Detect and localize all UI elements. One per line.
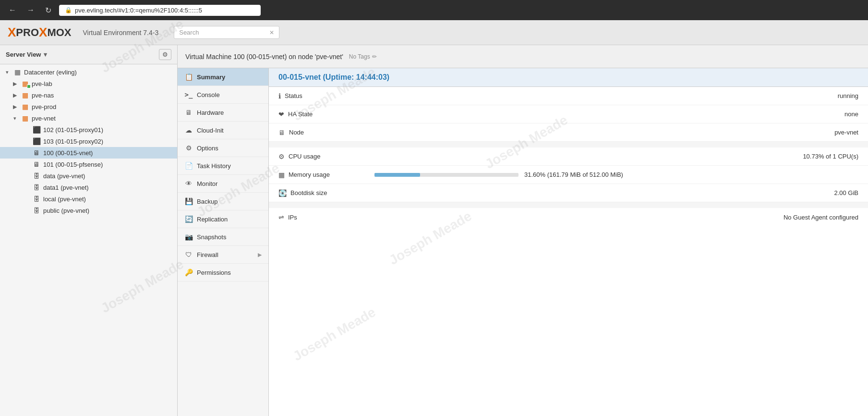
browser-chrome: ← → ↻ 🔒 pve.evling.tech/#v1:0:=qemu%2F10… xyxy=(0,0,868,20)
cpu-row: ⚙ CPU usage 10.73% of 1 CPU(s) xyxy=(269,147,868,166)
summary-icon: 📋 xyxy=(184,73,193,81)
firewall-arrow-icon: ▶ xyxy=(258,252,262,258)
memory-icon: ▦ xyxy=(278,171,285,179)
pve-lab-label: pve-lab xyxy=(32,80,52,87)
nav-item-task-history[interactable]: 📄 Task History xyxy=(178,157,268,175)
server-view-label: Server View xyxy=(6,51,41,58)
storage-icon: 🗄 xyxy=(32,184,41,191)
tree-item-datacenter[interactable]: ▾ ▦ Datacenter (evling) xyxy=(0,66,177,78)
nav-item-options[interactable]: ⚙ Options xyxy=(178,139,268,157)
tree-item-vm-100[interactable]: 🖥 100 (00-015-vnet) xyxy=(0,147,177,159)
app-subtitle: Virtual Environment 7.4-3 xyxy=(83,29,159,37)
node-icon: ▦ xyxy=(20,114,30,122)
vm-icon: ⬛ xyxy=(32,126,41,134)
nav-cloud-init-label: Cloud-Init xyxy=(197,127,224,134)
edit-icon[interactable]: ✏ xyxy=(372,53,377,60)
app-header: X PRO X MOX Virtual Environment 7.4-3 Se… xyxy=(0,20,868,45)
tree-item-stor-public[interactable]: 🗄 public (pve-vnet) xyxy=(0,205,177,216)
nav-item-console[interactable]: >_ Console xyxy=(178,86,268,104)
status-info-icon: ℹ xyxy=(278,92,281,100)
nav-item-hardware[interactable]: 🖥 Hardware xyxy=(178,104,268,122)
datacenter-icon: ▦ xyxy=(12,68,22,76)
node-icon: 🖥 xyxy=(278,129,285,136)
cpu-label-text: CPU usage xyxy=(289,153,320,160)
vm-100-label: 100 (00-015-vnet) xyxy=(43,149,93,157)
url-bar[interactable]: 🔒 pve.evling.tech/#v1:0:=qemu%2F100:4:5:… xyxy=(59,5,261,16)
no-tags: No Tags ✏ xyxy=(349,53,377,60)
tree-item-stor-local[interactable]: 🗄 local (pve-vnet) xyxy=(0,193,177,205)
search-placeholder: Search xyxy=(179,29,199,36)
refresh-button[interactable]: ↻ xyxy=(42,4,54,17)
node-label-text: Node xyxy=(289,129,304,136)
nav-item-summary[interactable]: 📋 Summary xyxy=(178,68,268,86)
pve-nas-label: pve-nas xyxy=(32,92,54,99)
status-label-text: Status xyxy=(285,92,302,99)
sidebar-toolbar: Server View ▾ ⚙ xyxy=(0,45,177,64)
replication-icon: 🔄 xyxy=(184,215,193,223)
server-view-select[interactable]: Server View ▾ xyxy=(6,51,47,58)
cloud-init-icon: ☁ xyxy=(184,126,193,134)
ips-row: ⇌ IPs No Guest Agent configured xyxy=(269,208,868,226)
nav-panel: 📋 Summary >_ Console 🖥 Hardware ☁ Cloud-… xyxy=(178,68,269,416)
tree-item-pve-nas[interactable]: ▶ ▦ pve-nas xyxy=(0,89,177,101)
nav-item-cloud-init[interactable]: ☁ Cloud-Init xyxy=(178,122,268,139)
nav-item-snapshots[interactable]: 📷 Snapshots xyxy=(178,228,268,246)
vm-103-label: 103 (01-015-proxy02) xyxy=(43,138,103,145)
nav-replication-label: Replication xyxy=(197,216,228,223)
tree-item-vm-101[interactable]: 🖥 101 (00-015-pfsense) xyxy=(0,159,177,170)
backup-icon: 💾 xyxy=(184,197,193,205)
url-text: pve.evling.tech/#v1:0:=qemu%2F100:4:5:::… xyxy=(75,7,202,14)
nav-item-replication[interactable]: 🔄 Replication xyxy=(178,210,268,228)
memory-label: ▦ Memory usage xyxy=(278,171,374,179)
detail-panel: 00-015-vnet (Uptime: 14:44:03) ℹ Status … xyxy=(269,68,868,416)
nav-hardware-label: Hardware xyxy=(197,109,224,116)
options-icon: ⚙ xyxy=(184,144,193,152)
search-box[interactable]: Search ✕ xyxy=(174,26,279,39)
node-icon: ▦ xyxy=(20,91,30,99)
tree-item-pve-prod[interactable]: ▶ ▦ pve-prod xyxy=(0,101,177,112)
stor-public-label: public (pve-vnet) xyxy=(43,207,89,214)
expand-icon: ▶ xyxy=(12,81,18,87)
pve-vnet-label: pve-vnet xyxy=(32,115,56,122)
node-icon: ▦ xyxy=(20,103,30,110)
ha-state-icon: ❤ xyxy=(278,110,284,118)
nav-item-monitor[interactable]: 👁 Monitor xyxy=(178,175,268,193)
forward-button[interactable]: → xyxy=(24,4,37,16)
vm-icon: ⬛ xyxy=(32,137,41,145)
nav-monitor-label: Monitor xyxy=(197,180,217,187)
tree-item-vm-103[interactable]: ⬛ 103 (01-015-proxy02) xyxy=(0,135,177,147)
status-row: ℹ Status running xyxy=(269,87,868,105)
divider2 xyxy=(269,202,868,208)
vm-icon: 🖥 xyxy=(32,160,41,168)
tree-item-pve-vnet[interactable]: ▾ ▦ pve-vnet xyxy=(0,112,177,124)
nav-item-permissions[interactable]: 🔑 Permissions xyxy=(178,264,268,281)
nav-item-firewall[interactable]: 🛡 Firewall ▶ xyxy=(178,246,268,264)
nav-snapshots-label: Snapshots xyxy=(197,233,226,241)
ips-value: No Guest Agent configured xyxy=(374,214,858,221)
ips-label-text: IPs xyxy=(288,214,297,221)
tree-item-stor-data[interactable]: 🗄 data (pve-vnet) xyxy=(0,170,177,182)
nav-options-label: Options xyxy=(197,145,218,152)
search-clear-icon[interactable]: ✕ xyxy=(269,29,274,36)
cpu-value: 10.73% of 1 CPU(s) xyxy=(374,153,858,160)
memory-bar-inner xyxy=(374,173,420,177)
expand-icon: ▶ xyxy=(12,104,18,110)
bootdisk-value: 2.00 GiB xyxy=(374,189,858,196)
bootdisk-icon: 💽 xyxy=(278,189,287,197)
tree-item-stor-data1[interactable]: 🗄 data1 (pve-vnet) xyxy=(0,182,177,193)
logo-mox: MOX xyxy=(47,26,71,39)
vm-title: Virtual Machine 100 (00-015-vnet) on nod… xyxy=(185,53,343,61)
nav-firewall-label: Firewall xyxy=(197,251,218,258)
status-running-dot xyxy=(27,85,31,88)
tree-item-pve-lab[interactable]: ▶ ▦ pve-lab xyxy=(0,78,177,89)
cpu-icon: ⚙ xyxy=(278,153,285,160)
nav-item-backup[interactable]: 💾 Backup xyxy=(178,193,268,210)
back-button[interactable]: ← xyxy=(6,4,19,16)
gear-button[interactable]: ⚙ xyxy=(159,49,171,60)
vm-101-label: 101 (00-015-pfsense) xyxy=(43,161,103,168)
firewall-icon: 🛡 xyxy=(184,251,193,258)
divider xyxy=(269,142,868,147)
no-tags-text: No Tags xyxy=(349,53,370,60)
tree-item-vm-102[interactable]: ⬛ 102 (01-015-proxy01) xyxy=(0,124,177,135)
ha-state-label-text: HA State xyxy=(288,110,313,118)
